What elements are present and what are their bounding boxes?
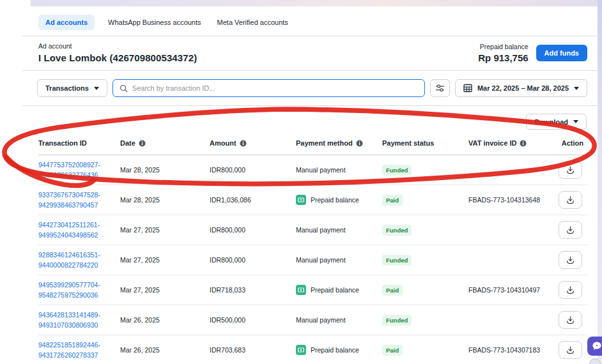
prepaid-balance-icon [296,195,306,205]
add-funds-button[interactable]: Add funds [536,45,587,61]
vat-invoice-cell: FBADS-773-104307183 [468,335,550,364]
chevron-down-icon [94,87,99,90]
status-badge: Funded [382,225,412,236]
search-icon [120,84,128,93]
date-cell: Mar 26, 2025 [120,335,210,364]
download-icon [566,165,575,175]
transaction-id-link[interactable]: 9288346124616351-9440000822784220 [38,250,115,271]
payment-status-cell: Paid [382,275,468,305]
billing-activity-card: Ad accounts WhatsApp Business accounts M… [22,6,598,364]
payment-method-cell: Manual payment [296,245,382,275]
payment-method-label: Prepaid balance [311,286,359,294]
payment-method-label: Manual payment [296,166,346,174]
date-cell: Mar 28, 2025 [120,155,210,185]
account-info: Ad account I Love Lombok (42670980053437… [38,42,197,63]
filter-row: Transactions [22,71,598,105]
page-background-right-strip [598,0,602,364]
info-icon[interactable] [520,140,527,147]
sliders-icon [435,84,445,93]
download-invoice-button[interactable] [559,281,582,299]
transaction-row: 9482251851892446-9431726260278337 Mar 26… [38,335,587,364]
search-input[interactable] [132,84,418,92]
download-icon [566,345,575,355]
vat-invoice-cell [468,155,550,185]
date-cell: Mar 28, 2025 [120,185,210,215]
prepaid-balance-icon [296,285,306,295]
transaction-id-link[interactable]: 9447753752008927-9540078632776436 [38,160,115,181]
amount-cell: IDR1,036,086 [210,185,296,215]
info-icon[interactable] [139,140,146,147]
payment-method-cell: Manual payment [296,305,382,335]
download-icon [566,315,575,325]
transactions-table: Transaction ID Date Amount Payment metho… [38,131,587,364]
prepaid-balance-amount: Rp 913,756 [478,52,528,63]
vat-invoice-cell: FBADS-773-104313648 [468,185,550,215]
chat-widget-button[interactable] [587,337,602,356]
download-invoice-button[interactable] [559,311,582,329]
payment-method-label: Prepaid balance [311,346,359,354]
info-icon[interactable] [240,140,247,147]
col-action: Action [550,131,587,155]
status-badge: Funded [382,255,412,266]
transaction-type-dropdown[interactable]: Transactions [37,79,107,97]
account-label: Ad account [38,42,197,50]
col-transaction-id: Transaction ID [38,131,120,155]
download-invoice-button[interactable] [559,221,582,239]
amount-cell: IDR800,000 [210,155,296,185]
transaction-row: 9288346124616351-9440000822784220 Mar 27… [38,245,587,275]
transaction-row: 9447753752008927-9540078632776436 Mar 28… [38,155,587,185]
search-box[interactable] [112,79,425,97]
filter-settings-icon[interactable] [430,79,450,97]
vat-invoice-cell: FBADS-773-104310497 [468,275,550,305]
date-cell: Mar 26, 2025 [120,305,210,335]
tab-ad-accounts[interactable]: Ad accounts [38,15,95,30]
calendar-icon [463,84,472,93]
payment-method-cell: Manual payment [296,155,382,185]
col-amount: Amount [210,131,296,155]
tab-whatsapp-business-accounts[interactable]: WhatsApp Business accounts [105,15,204,30]
page-background-gradient [31,0,602,6]
transaction-id-link[interactable]: 9337367673047528-9429938463790457 [38,190,115,211]
tab-meta-verified-accounts[interactable]: Meta Verified accounts [215,15,291,30]
transaction-id-link[interactable]: 9482251851892446-9431726260278337 [38,340,115,361]
payment-method-cell: Prepaid balance [296,275,382,305]
payment-method-label: Prepaid balance [311,196,359,204]
transaction-type-label: Transactions [45,84,89,92]
download-icon [566,285,575,295]
table-toolbar: Download [22,106,598,131]
payment-status-cell: Paid [382,185,468,215]
payment-status-cell: Paid [382,335,468,364]
chat-bubble-icon [592,341,602,351]
status-badge: Paid [382,195,403,206]
download-invoice-button[interactable] [559,341,582,359]
payment-status-cell: Funded [382,215,468,245]
date-range-label: Mar 22, 2025 – Mar 28, 2025 [477,84,569,92]
download-button[interactable]: Download [526,114,587,130]
payment-method-cell: Prepaid balance [296,335,382,364]
transaction-id-link[interactable]: 9436428133141489-9493107030806930 [38,310,115,331]
payment-status-cell: Funded [382,305,468,335]
account-header: Ad account I Love Lombok (42670980053437… [22,36,598,71]
amount-cell: IDR800,000 [210,245,296,275]
transaction-id-link[interactable]: 9495399290577704-9548275975290036 [38,280,115,301]
vat-invoice-cell [468,215,550,245]
download-invoice-button[interactable] [559,161,582,179]
payment-method-cell: Prepaid balance [296,185,382,215]
date-cell: Mar 27, 2025 [120,245,210,275]
download-icon [566,255,575,265]
prepaid-balance: Prepaid balance Rp 913,756 [478,43,528,63]
download-invoice-button[interactable] [559,251,582,269]
payment-method-label: Manual payment [296,316,346,324]
vat-invoice-cell [468,245,550,275]
transaction-row: 9337367673047528-9429938463790457 Mar 28… [38,185,587,215]
date-range-picker[interactable]: Mar 22, 2025 – Mar 28, 2025 [455,79,587,97]
download-invoice-button[interactable] [559,191,582,209]
amount-cell: IDR800,000 [210,215,296,245]
account-name: I Love Lombok (426709800534372) [38,52,197,63]
payment-status-cell: Funded [382,245,468,275]
status-badge: Paid [382,345,403,356]
info-icon[interactable] [356,140,363,147]
payment-method-label: Manual payment [296,226,346,234]
transaction-id-link[interactable]: 9442730412511261-9499524043498562 [38,220,115,241]
chevron-down-icon [573,120,578,123]
